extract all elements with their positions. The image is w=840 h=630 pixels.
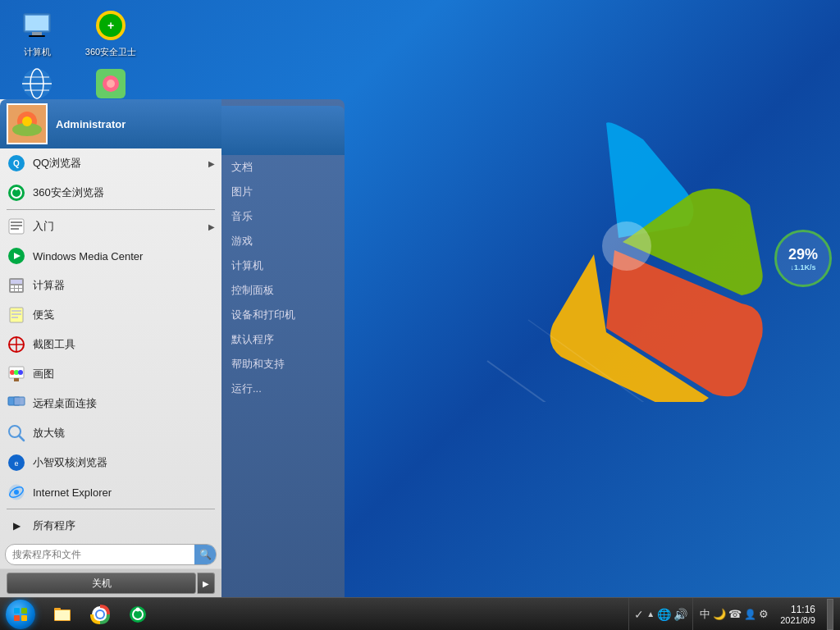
- intro-label: 入门: [33, 219, 202, 234]
- magnifier-icon: [7, 423, 26, 443]
- right-menu-item-control-panel[interactable]: 控制面板: [221, 278, 345, 303]
- menu-item-magnifier[interactable]: 放大镜: [0, 418, 221, 448]
- qq-browser-arrow: ▶: [208, 159, 215, 168]
- menu-item-qq-browser[interactable]: Q QQ浏览器 ▶: [0, 148, 221, 178]
- search-input[interactable]: [6, 547, 194, 562]
- svg-rect-34: [11, 280, 22, 284]
- gear-icon[interactable]: ⚙: [759, 608, 769, 620]
- svg-rect-65: [21, 615, 27, 621]
- right-menu-item-computer[interactable]: 计算机: [221, 253, 345, 278]
- menu-item-remote[interactable]: 远程桌面连接: [0, 389, 221, 418]
- moon-icon: 🌙: [713, 608, 726, 620]
- svg-point-74: [136, 607, 140, 611]
- show-desktop-button[interactable]: [827, 599, 833, 630]
- right-panel-header: [221, 106, 345, 155]
- menu-item-media-center[interactable]: Windows Media Center: [0, 241, 221, 271]
- start-menu-right-panel: 文档图片音乐游戏计算机控制面板设备和打印机默认程序帮助和支持运行...: [221, 99, 345, 597]
- intro-icon: [7, 217, 26, 236]
- taskbar-app-360[interactable]: [120, 600, 156, 629]
- clock-time: 11:16: [791, 604, 815, 615]
- svg-rect-4: [25, 16, 48, 30]
- svg-rect-42: [11, 310, 21, 312]
- desktop-icon-computer[interactable]: 计算机: [8, 8, 66, 58]
- 360guard-icon: +: [94, 8, 128, 43]
- systray-volume-icon[interactable]: 🔊: [673, 608, 687, 621]
- network-percent: 29%: [788, 246, 818, 263]
- taskbar-app-explorer[interactable]: [44, 600, 80, 629]
- right-menu-item-pictures[interactable]: 图片: [221, 180, 345, 204]
- snipping-icon: [7, 335, 26, 354]
- right-menu-item-games[interactable]: 游戏: [221, 229, 345, 253]
- menu-item-ie[interactable]: Internet Explorer: [0, 477, 221, 507]
- right-menu-item-music[interactable]: 音乐: [221, 204, 345, 229]
- menu-item-calc[interactable]: 计算器: [0, 271, 221, 300]
- svg-rect-29: [11, 225, 22, 226]
- xiaozhi-label: 小智双核浏览器: [33, 455, 215, 470]
- svg-point-61: [14, 490, 19, 495]
- ime-icon[interactable]: 中: [700, 607, 710, 622]
- right-menu-item-default-programs[interactable]: 默认程序: [221, 327, 345, 352]
- svg-rect-54: [14, 397, 25, 405]
- shutdown-bar: 关机 ▶: [0, 568, 221, 597]
- taskbar-apps: [41, 600, 622, 629]
- 360guard-icon-label: 360安全卫士: [85, 46, 136, 58]
- intro-arrow: ▶: [208, 222, 215, 231]
- svg-text:e: e: [14, 459, 18, 468]
- right-menu-items: 文档图片音乐游戏计算机控制面板设备和打印机默认程序帮助和支持运行...: [221, 155, 345, 401]
- taskbar-app-chrome[interactable]: [82, 600, 118, 629]
- menu-item-snipping[interactable]: 截图工具: [0, 330, 221, 359]
- menu-item-360-browser[interactable]: 360安全浏览器: [0, 178, 221, 208]
- svg-line-56: [19, 436, 24, 441]
- svg-rect-43: [11, 313, 21, 315]
- right-menu-item-help[interactable]: 帮助和支持: [221, 352, 345, 377]
- start-menu-items: Q QQ浏览器 ▶ 360安全浏览器: [0, 148, 221, 507]
- shutdown-button[interactable]: 关机: [7, 573, 196, 594]
- svg-rect-28: [11, 221, 22, 223]
- svg-rect-64: [14, 615, 20, 621]
- qq-browser-label: QQ浏览器: [33, 156, 202, 171]
- user-avatar: [7, 103, 48, 144]
- menu-item-notepad[interactable]: 便笺: [0, 300, 221, 330]
- right-menu-item-documents[interactable]: 文档: [221, 155, 345, 180]
- start-orb: [6, 600, 35, 629]
- svg-point-21: [22, 116, 32, 126]
- all-programs-icon: ▶: [7, 516, 26, 536]
- svg-rect-6: [29, 35, 45, 37]
- systray-chevron-icon[interactable]: ▲: [646, 609, 655, 619]
- taskbar-right: ✓ ▲ 🌐 🔊 中 🌙 ☎ 👤 ⚙ 11:16 2021/8/9: [622, 598, 840, 630]
- desktop: 计算机 + 360安全卫士: [0, 0, 840, 630]
- taskbar: ✓ ▲ 🌐 🔊 中 🌙 ☎ 👤 ⚙ 11:16 2021/8/9: [0, 597, 840, 630]
- ie-label: Internet Explorer: [33, 486, 215, 499]
- windows-logo: [446, 74, 774, 402]
- menu-item-all-programs[interactable]: ▶ 所有程序: [0, 511, 221, 541]
- network-speed-widget: 29% ↓1.1K/s: [774, 230, 832, 287]
- svg-rect-36: [15, 285, 18, 288]
- right-menu-item-run[interactable]: 运行...: [221, 377, 345, 401]
- svg-point-51: [18, 370, 23, 375]
- menu-item-paint[interactable]: 画图: [0, 359, 221, 389]
- menu-item-xiaozhi[interactable]: e 小智双核浏览器: [0, 448, 221, 477]
- shutdown-arrow-button[interactable]: ▶: [197, 573, 215, 594]
- search-button[interactable]: 🔍: [194, 544, 216, 565]
- user-icon: 👤: [744, 609, 756, 620]
- right-menu-item-devices[interactable]: 设备和打印机: [221, 303, 345, 327]
- systray-network-icon[interactable]: 🌐: [657, 608, 671, 621]
- svg-rect-38: [11, 289, 14, 291]
- all-programs-label: 所有程序: [33, 518, 215, 533]
- start-button[interactable]: [0, 598, 41, 631]
- systray-check-icon[interactable]: ✓: [634, 608, 644, 621]
- menu-divider-1: [7, 209, 215, 210]
- ie-icon: [7, 482, 26, 502]
- desktop-icon-360guard[interactable]: + 360安全卫士: [82, 8, 139, 58]
- svg-rect-30: [11, 228, 19, 230]
- svg-text:+: +: [107, 19, 114, 32]
- svg-rect-63: [21, 608, 27, 614]
- paint-label: 画图: [33, 367, 215, 381]
- remote-label: 远程桌面连接: [33, 396, 215, 411]
- menu-item-intro[interactable]: 入门 ▶: [0, 212, 221, 241]
- network-speed: ↓1.1K/s: [790, 263, 815, 272]
- media-center-label: Windows Media Center: [33, 250, 215, 262]
- svg-rect-52: [14, 378, 19, 381]
- svg-rect-5: [32, 32, 42, 35]
- clock-area[interactable]: 11:16 2021/8/9: [775, 604, 820, 625]
